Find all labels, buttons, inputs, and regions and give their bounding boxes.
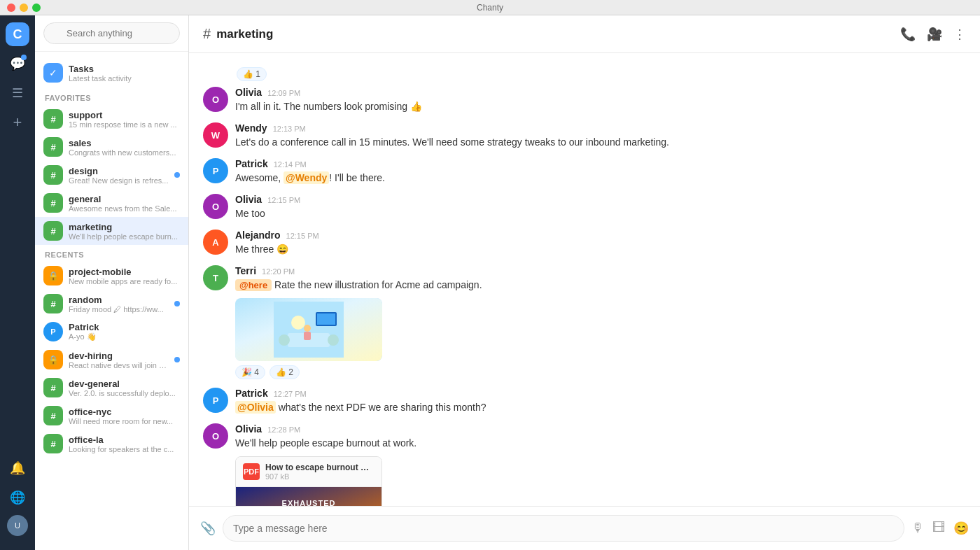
- phone-header-btn[interactable]: 📞: [900, 27, 916, 42]
- more-header-btn[interactable]: ⋮: [953, 27, 966, 42]
- message-input-area: 📎 🎙 🎞 😊: [189, 506, 980, 550]
- message-content-olivia-3: Olivia 12:28 PM We'll help people escape…: [235, 423, 966, 506]
- channel-icon-office-la: #: [43, 434, 63, 453]
- avatar-olivia-2: O: [203, 194, 228, 219]
- emoji-button[interactable]: 😊: [953, 521, 969, 536]
- channel-marketing[interactable]: # marketing We'll help people escape bur…: [35, 217, 188, 245]
- timestamp-patrick-2: 12:27 PM: [274, 390, 307, 398]
- channel-icon-marketing: #: [43, 221, 63, 241]
- unread-dot-random: [174, 301, 180, 306]
- minimize-btn[interactable]: [20, 3, 28, 12]
- titlebar: Chanty: [0, 0, 980, 15]
- channel-icon-office-nyc: #: [43, 406, 63, 425]
- pdf-icon: PDF: [243, 463, 260, 480]
- user-avatar-rail[interactable]: U: [7, 515, 28, 536]
- messages-area: 👍 1 O Olivia 12:09 PM I'm all in it. The…: [189, 53, 980, 506]
- message-content-wendy-1: Wendy 12:13 PM Let's do a conference cal…: [235, 122, 966, 150]
- main-chat: # marketing 📞 🎥 ⋮ 👍 1 O Olivia: [189, 15, 980, 550]
- tasks-name: Tasks: [69, 64, 132, 74]
- gif-button[interactable]: 🎞: [932, 521, 945, 536]
- search-bar: 🔍: [35, 15, 188, 52]
- input-actions: 🎙 🎞 😊: [911, 521, 969, 536]
- channel-patrick-dm[interactable]: P Patrick A-yo 👋: [35, 318, 188, 346]
- file-info-burnout: How to escape burnout at w... 907 kB: [265, 463, 370, 481]
- message-patrick-1: P Patrick 12:14 PM Awesome, @Wendy! I'll…: [203, 158, 966, 185]
- tasks-item[interactable]: ✓ Tasks Latest task activity: [35, 57, 188, 88]
- channel-info-marketing: marketing We'll help people escape burn.…: [69, 222, 180, 241]
- video-header-btn[interactable]: 🎥: [927, 27, 942, 42]
- file-size-burnout: 907 kB: [265, 472, 370, 481]
- avatar-olivia-1: O: [203, 87, 228, 112]
- channel-dev-hiring[interactable]: 🔒 dev-hiring React native devs will join…: [35, 346, 188, 374]
- channel-info-office-nyc: office-nyc Will need more room for new..…: [69, 407, 180, 425]
- message-content-terri-1: Terri 12:20 PM @here Rate the new illust…: [235, 265, 966, 379]
- bell-rail-icon[interactable]: 🔔: [6, 456, 29, 480]
- message-text-wendy-1: Let's do a conference call in 15 minutes…: [235, 135, 966, 150]
- message-header-patrick-2: Patrick 12:27 PM: [235, 388, 966, 399]
- timestamp-patrick-1: 12:14 PM: [274, 160, 307, 169]
- svg-point-6: [328, 334, 339, 346]
- unread-dot-design: [174, 172, 180, 178]
- message-header-alejandro-1: Alejandro 12:15 PM: [235, 230, 966, 241]
- terri-reactions: 🎉 4 👍 2: [235, 365, 966, 379]
- svg-rect-8: [304, 332, 311, 340]
- reaction-thumbs-top[interactable]: 👍 1: [237, 67, 267, 81]
- message-patrick-2: P Patrick 12:27 PM @Olivia what's the ne…: [203, 388, 966, 415]
- svg-rect-2: [317, 313, 335, 325]
- message-header-wendy-1: Wendy 12:13 PM: [235, 122, 966, 134]
- channel-design[interactable]: # design Great! New design is refres...: [35, 161, 188, 189]
- channel-sales[interactable]: # sales Congrats with new customers...: [35, 133, 188, 161]
- mic-button[interactable]: 🎙: [911, 521, 924, 536]
- maximize-btn[interactable]: [32, 3, 41, 12]
- header-actions: 📞 🎥 ⋮: [900, 27, 966, 42]
- channel-dev-general[interactable]: # dev-general Ver. 2.0. is successfully …: [35, 374, 188, 402]
- channel-office-la[interactable]: # office-la Looking for speakers at the …: [35, 430, 188, 458]
- timestamp-wendy-1: 12:13 PM: [273, 125, 306, 133]
- app-title: Chanty: [477, 3, 503, 13]
- channel-info-general: general Awesome news from the Sale...: [69, 194, 180, 213]
- globe-rail-icon[interactable]: 🌐: [6, 486, 29, 509]
- app-logo[interactable]: C: [6, 22, 29, 46]
- tasks-rail-icon[interactable]: ☰: [6, 81, 29, 105]
- image-preview-acme: [235, 298, 382, 361]
- avatar-patrick-dm: P: [43, 322, 63, 341]
- mention-olivia: @Olivia: [235, 401, 276, 414]
- recents-header: RECENTS: [35, 245, 188, 262]
- reaction-party[interactable]: 🎉 4: [235, 365, 265, 379]
- channel-icon-design: #: [43, 165, 63, 185]
- close-btn[interactable]: [7, 3, 15, 12]
- message-header-terri-1: Terri 12:20 PM: [235, 265, 966, 276]
- attach-button[interactable]: 📎: [200, 521, 216, 536]
- file-attachment-burnout[interactable]: PDF How to escape burnout at w... 907 kB…: [235, 456, 382, 506]
- message-header-olivia-1: Olivia 12:09 PM: [235, 87, 966, 98]
- channel-icon-general: #: [43, 193, 63, 213]
- search-input[interactable]: [43, 22, 180, 44]
- timestamp-terri-1: 12:20 PM: [262, 267, 295, 276]
- avatar-olivia-3: O: [203, 423, 228, 449]
- avatar-alejandro-1: A: [203, 230, 228, 255]
- reaction-thumbs-terri[interactable]: 👍 2: [270, 365, 300, 379]
- channel-icon-sales: #: [43, 137, 63, 157]
- avatar-wendy-1: W: [203, 122, 228, 148]
- channel-office-nyc[interactable]: # office-nyc Will need more room for new…: [35, 402, 188, 430]
- message-content-olivia-2: Olivia 12:15 PM Me too: [235, 194, 966, 221]
- message-text-terri-1: @here Rate the new illustration for Acme…: [235, 278, 966, 292]
- sidebar-content: ✓ Tasks Latest task activity FAVORITES #…: [35, 52, 188, 550]
- channel-random[interactable]: # random Friday mood 🖊 https://ww...: [35, 290, 188, 318]
- message-text-patrick-2: @Olivia what's the next PDF we are shari…: [235, 400, 966, 415]
- timestamp-olivia-1: 12:09 PM: [267, 89, 300, 97]
- channel-project-mobile[interactable]: 🔒 project-mobile New mobile apps are rea…: [35, 262, 188, 290]
- channel-general[interactable]: # general Awesome news from the Sale...: [35, 189, 188, 217]
- tasks-subtitle: Latest task activity: [69, 74, 132, 83]
- message-input[interactable]: [223, 515, 904, 542]
- sender-patrick-2: Patrick: [235, 388, 268, 399]
- timestamp-olivia-2: 12:15 PM: [267, 196, 300, 204]
- add-rail-icon[interactable]: +: [6, 111, 29, 134]
- unread-dot-dev-hiring: [174, 357, 180, 362]
- sender-patrick-1: Patrick: [235, 158, 268, 169]
- channel-support[interactable]: # support 15 min respose time is a new .…: [35, 105, 188, 133]
- sender-alejandro-1: Alejandro: [235, 230, 281, 241]
- chat-rail-icon[interactable]: 💬: [6, 52, 29, 76]
- avatar-patrick-1: P: [203, 158, 228, 183]
- message-olivia-2: O Olivia 12:15 PM Me too: [203, 194, 966, 221]
